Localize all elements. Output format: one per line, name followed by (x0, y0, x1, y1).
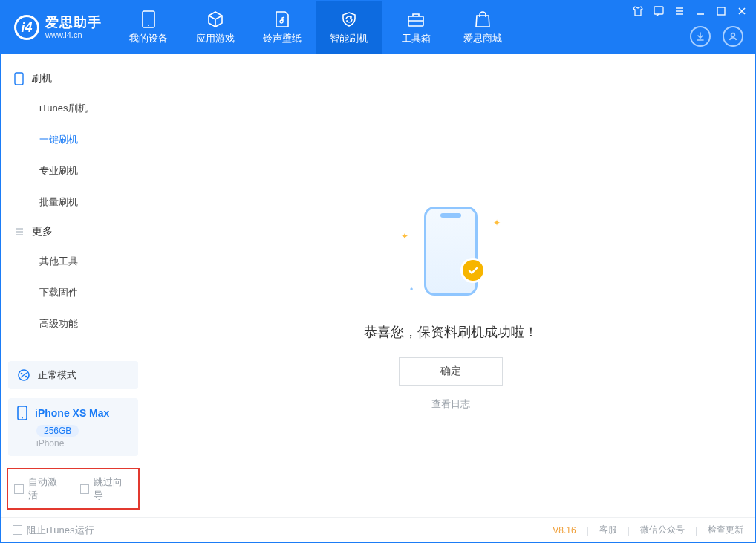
sidebar-group-label: 更多 (32, 225, 53, 238)
footer-bar: 阻止iTunes运行 V8.16 | 客服 | 微信公众号 | 检查更新 (1, 517, 755, 542)
tab-toolbox[interactable]: 工具箱 (382, 1, 449, 54)
music-file-icon (273, 10, 292, 29)
svg-rect-4 (654, 7, 663, 14)
sidebar-item-advanced[interactable]: 高级功能 (1, 308, 146, 339)
tab-flash[interactable]: 智能刷机 (316, 1, 382, 54)
tab-label: 应用游戏 (196, 32, 235, 45)
sparkle-icon: ✦ (401, 231, 408, 241)
svg-rect-5 (717, 7, 725, 15)
tab-store[interactable]: 爱思商城 (449, 1, 516, 54)
divider: | (628, 525, 630, 536)
svg-point-8 (21, 373, 23, 375)
body: 刷机 iTunes刷机 一键刷机 专业刷机 批量刷机 更多 其他工具 下载固件 … (1, 54, 755, 517)
menu-icon[interactable] (674, 5, 685, 17)
highlighted-checkbox-row: 自动激活 跳过向导 (7, 468, 140, 510)
sidebar: 刷机 iTunes刷机 一键刷机 专业刷机 批量刷机 更多 其他工具 下载固件 … (1, 54, 146, 517)
device-type: iPhone (36, 438, 129, 449)
tab-label: 智能刷机 (330, 32, 368, 45)
checkbox-icon (14, 484, 24, 494)
sidebar-item-itunes-flash[interactable]: iTunes刷机 (1, 93, 146, 124)
device-icon (17, 406, 27, 420)
sidebar-group-flash: 刷机 (1, 65, 146, 93)
view-log-link[interactable]: 查看日志 (431, 397, 470, 411)
sparkle-icon: • (410, 284, 413, 295)
mode-icon (17, 368, 30, 382)
refresh-shield-icon (339, 10, 359, 29)
device-storage-badge: 256GB (36, 425, 79, 437)
header-account-icons (690, 26, 743, 47)
checkbox-block-itunes[interactable]: 阻止iTunes运行 (13, 524, 94, 537)
checkbox-label: 阻止iTunes运行 (27, 524, 94, 537)
device-name: iPhone XS Max (35, 407, 109, 419)
cube-icon (206, 10, 225, 29)
sidebar-group-label: 刷机 (31, 72, 52, 85)
svg-rect-6 (15, 73, 23, 85)
svg-point-9 (25, 376, 27, 378)
shirt-icon[interactable] (632, 5, 644, 17)
check-badge-icon (460, 258, 486, 283)
sidebar-item-oneclick-flash[interactable]: 一键刷机 (1, 124, 146, 155)
tab-my-device[interactable]: 我的设备 (115, 1, 182, 54)
list-icon (14, 227, 25, 237)
phone-icon (139, 10, 158, 29)
checkbox-auto-activate[interactable]: 自动激活 (14, 475, 67, 502)
svg-point-11 (22, 417, 23, 419)
app-window: i4 爱思助手 www.i4.cn 我的设备 应用游戏 (0, 0, 756, 543)
bag-icon (473, 10, 492, 29)
tab-label: 铃声壁纸 (263, 32, 302, 45)
svg-point-1 (148, 25, 149, 26)
sidebar-group-more: 更多 (1, 218, 146, 246)
minimize-button[interactable] (694, 5, 706, 17)
sidebar-item-other-tools[interactable]: 其他工具 (1, 246, 146, 277)
checkbox-label: 自动激活 (28, 475, 67, 502)
logo: i4 爱思助手 www.i4.cn (1, 1, 115, 54)
logo-icon: i4 (14, 15, 39, 40)
window-controls (632, 5, 748, 17)
sidebar-item-download-firmware[interactable]: 下载固件 (1, 277, 146, 308)
sidebar-item-pro-flash[interactable]: 专业刷机 (1, 155, 146, 186)
version-label: V8.16 (553, 525, 576, 536)
footer-link-support[interactable]: 客服 (599, 524, 617, 536)
divider: | (587, 525, 589, 536)
close-button[interactable] (736, 5, 748, 17)
app-name: 爱思助手 (45, 16, 102, 30)
account-button[interactable] (723, 26, 743, 47)
footer-link-wechat[interactable]: 微信公众号 (640, 524, 685, 536)
svg-point-3 (731, 33, 735, 37)
header-bar: i4 爱思助手 www.i4.cn 我的设备 应用游戏 (1, 1, 755, 54)
toolbox-icon (406, 10, 426, 29)
success-illustration: ✦ ✦ • (395, 195, 506, 307)
feedback-icon[interactable] (653, 5, 665, 17)
divider: | (695, 525, 697, 536)
tab-ringtone-wallpaper[interactable]: 铃声壁纸 (249, 1, 316, 54)
mode-label: 正常模式 (38, 368, 76, 382)
tab-apps-games[interactable]: 应用游戏 (182, 1, 249, 54)
device-mode-status[interactable]: 正常模式 (8, 361, 138, 389)
checkbox-skip-guide[interactable]: 跳过向导 (80, 475, 133, 502)
main-content: ✦ ✦ • 恭喜您，保资料刷机成功啦！ 确定 查看日志 (146, 54, 755, 517)
sparkle-icon: ✦ (493, 218, 501, 228)
device-small-icon (14, 72, 24, 85)
tab-label: 我的设备 (129, 32, 168, 45)
footer-link-update[interactable]: 检查更新 (708, 524, 743, 536)
maximize-button[interactable] (715, 5, 727, 17)
checkbox-label: 跳过向导 (94, 475, 132, 502)
ok-button[interactable]: 确定 (399, 357, 503, 386)
main-tabs: 我的设备 应用游戏 铃声壁纸 智能刷机 (115, 1, 516, 54)
checkbox-icon (80, 484, 90, 494)
device-card[interactable]: iPhone XS Max 256GB iPhone (8, 398, 138, 456)
success-message: 恭喜您，保资料刷机成功啦！ (364, 323, 538, 341)
sidebar-item-batch-flash[interactable]: 批量刷机 (1, 186, 146, 218)
tab-label: 爱思商城 (463, 32, 502, 45)
app-url: www.i4.cn (45, 30, 102, 39)
checkbox-icon (13, 525, 22, 535)
tab-label: 工具箱 (402, 32, 431, 45)
download-button[interactable] (690, 26, 711, 47)
